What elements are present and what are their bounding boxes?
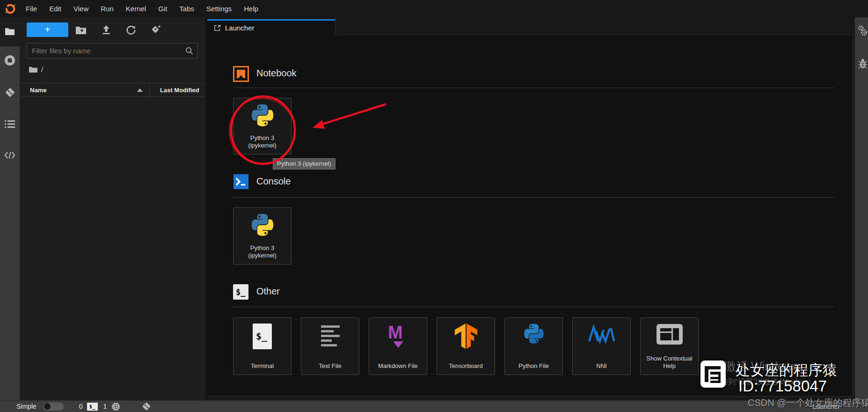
- kernel-count: 1: [103, 403, 107, 410]
- terminal-badge-icon[interactable]: $_: [87, 403, 98, 411]
- folder-breadcrumb-icon: [29, 66, 37, 73]
- other-terminal-icon: $_: [233, 284, 248, 300]
- refresh-icon[interactable]: [125, 24, 137, 36]
- section-divider: [233, 197, 834, 198]
- new-folder-icon[interactable]: [75, 24, 87, 36]
- terminal-icon: $_: [253, 324, 272, 351]
- svg-text:M: M: [388, 324, 403, 342]
- python-icon: [249, 213, 276, 243]
- card-show-contextual-help[interactable]: Show Contextual Help: [640, 317, 699, 375]
- file-browser-icon[interactable]: [4, 26, 15, 37]
- card-tensorboard[interactable]: Tensorboard: [437, 317, 495, 375]
- menu-file[interactable]: File: [20, 0, 43, 17]
- git-status-icon[interactable]: [142, 402, 151, 411]
- new-launcher-button[interactable]: +: [27, 22, 68, 37]
- section-divider: [233, 88, 834, 88]
- card-python-file[interactable]: Python File: [504, 317, 563, 375]
- git-sidebar-icon[interactable]: [4, 87, 15, 98]
- menu-bar: File Edit View Run Kernel Git Tabs Setti…: [0, 0, 868, 17]
- section-title-console: Console: [256, 176, 291, 187]
- card-label: Markdown File: [378, 362, 418, 370]
- breadcrumb-root: /: [41, 66, 43, 74]
- sort-asc-icon: [137, 88, 143, 92]
- file-browser-panel: + / Name Last Modified: [20, 17, 205, 400]
- card-label: Terminal: [251, 362, 274, 370]
- nni-icon: [587, 324, 616, 347]
- column-name[interactable]: Name: [20, 87, 149, 94]
- svg-text:$_: $_: [256, 331, 268, 342]
- tab-launcher[interactable]: Launcher: [207, 19, 336, 35]
- panel-divider[interactable]: [205, 17, 207, 400]
- console-icon: [233, 174, 249, 190]
- menu-run[interactable]: Run: [95, 0, 120, 17]
- kernel-chip-icon[interactable]: [111, 402, 120, 411]
- tag-plus-icon[interactable]: [150, 24, 162, 36]
- tensorboard-icon: [453, 324, 479, 351]
- jupyter-logo-icon: [5, 3, 16, 15]
- main-area: Launcher Notebook Python 3 (ipykernel) P…: [207, 17, 855, 400]
- launcher-content: Notebook Python 3 (ipykernel) Python 3 (…: [207, 35, 853, 397]
- left-sidebar: [0, 17, 20, 400]
- card-markdown-file[interactable]: M Markdown File: [369, 317, 427, 375]
- running-sessions-icon[interactable]: [4, 55, 15, 66]
- card-console-python3[interactable]: Python 3 (ipykernel): [233, 207, 292, 265]
- upload-icon[interactable]: [100, 24, 112, 36]
- section-divider: [233, 307, 834, 307]
- status-context-label: Launcher: [813, 401, 840, 412]
- notebook-icon: [233, 66, 249, 82]
- launcher-tab-label: Launcher: [225, 24, 255, 32]
- card-nni[interactable]: NNI: [572, 317, 631, 375]
- search-icon: [185, 47, 197, 55]
- menu-git[interactable]: Git: [152, 0, 173, 17]
- menu-kernel[interactable]: Kernel: [120, 0, 152, 17]
- extensions-icon[interactable]: [4, 149, 15, 161]
- text-file-icon: [320, 324, 341, 349]
- simple-mode-toggle[interactable]: [43, 403, 64, 411]
- file-list-header: Name Last Modified: [20, 83, 205, 97]
- card-label: Python 3 (ipykernel): [235, 134, 289, 150]
- menu-settings[interactable]: Settings: [200, 0, 238, 17]
- card-label: Python File: [518, 362, 549, 370]
- launcher-tab-icon: [214, 24, 221, 31]
- python-icon: [249, 104, 276, 133]
- filter-files-box: [27, 43, 198, 59]
- breadcrumb[interactable]: /: [29, 66, 43, 74]
- card-label: Tensorboard: [449, 362, 482, 370]
- card-text-file[interactable]: Text File: [301, 317, 359, 375]
- menu-help[interactable]: Help: [238, 0, 264, 17]
- other-cards-row: $_ Terminal Text File M: [233, 317, 699, 375]
- card-label: NNI: [596, 362, 606, 370]
- toc-icon[interactable]: [4, 118, 15, 130]
- kernel-tooltip: Python 3 (ipykernel): [273, 158, 336, 169]
- card-label: Text File: [319, 362, 341, 370]
- terminal-count: 0: [79, 403, 83, 410]
- status-bar: Simple 0 $_ 1 Launcher: [0, 400, 868, 412]
- column-last-modified[interactable]: Last Modified: [150, 87, 199, 94]
- card-terminal[interactable]: $_ Terminal: [233, 317, 292, 375]
- debugger-bug-icon[interactable]: [857, 59, 868, 70]
- simple-mode-label: Simple: [16, 403, 36, 410]
- property-inspector-gears-icon[interactable]: [857, 25, 868, 37]
- menu-view[interactable]: View: [67, 0, 95, 17]
- menu-edit[interactable]: Edit: [43, 0, 67, 17]
- markdown-icon: M: [386, 324, 410, 352]
- python-file-icon: [522, 324, 546, 350]
- right-sidebar: [855, 17, 868, 400]
- contextual-help-icon: [656, 324, 683, 347]
- menu-tabs[interactable]: Tabs: [173, 0, 200, 17]
- svg-text:$_: $_: [236, 287, 246, 297]
- card-label: Show Contextual Help: [642, 355, 696, 370]
- filter-files-input[interactable]: [27, 47, 185, 55]
- card-label: Python 3 (ipykernel): [235, 244, 289, 260]
- section-title-notebook: Notebook: [256, 68, 297, 79]
- section-title-other: Other: [256, 286, 280, 297]
- card-notebook-python3[interactable]: Python 3 (ipykernel): [233, 98, 292, 154]
- toggle-knob: [44, 403, 51, 410]
